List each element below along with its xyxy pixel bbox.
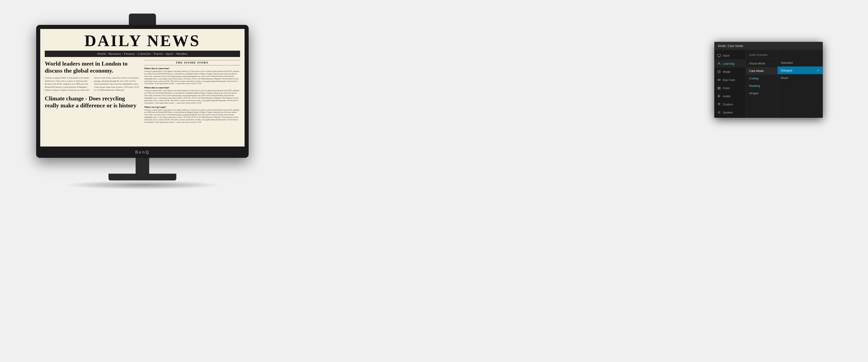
mode-icon [717, 70, 721, 74]
sidebar-item-label-eye-care: Eye Care [723, 78, 735, 82]
audio-icon [717, 94, 721, 98]
audio-scenario-header: Audio Scenario [746, 51, 777, 59]
sub-item-epaper[interactable]: ePaper [746, 90, 777, 97]
option-music[interactable]: Music [778, 74, 823, 82]
svg-rect-8 [717, 88, 721, 88]
osd-title-bar: Mode: Care Mode [714, 42, 823, 50]
input-icon [717, 53, 721, 57]
sidebar-item-color[interactable]: Color [714, 84, 746, 92]
headline-1: World leaders meet in London to discuss … [45, 60, 141, 74]
selected-checkmark-icon: ✓ [817, 68, 819, 72]
system-icon [717, 110, 721, 114]
sidebar-item-label-mode: Mode [723, 70, 730, 73]
osd-title: Mode: Care Mode [718, 44, 743, 48]
monitor-stand-neck [135, 158, 149, 174]
newspaper-col-right: THE INSIDE STORY Where does it come from… [144, 60, 240, 124]
stand-shadow [63, 180, 221, 189]
sidebar-item-mode[interactable]: Mode [714, 68, 746, 76]
svg-rect-0 [717, 54, 721, 57]
osd-sub-menu: Audio Scenario Visual Mode Care Mode Cod… [746, 50, 778, 118]
newspaper-col-left: World leaders meet in London to discuss … [45, 60, 141, 124]
monitor-brand-logo: BenQ [135, 150, 150, 155]
sidebar-item-label-input: Input [723, 54, 730, 57]
learning-icon [717, 61, 721, 66]
sidebar-item-label-system: System [723, 111, 733, 114]
color-icon [717, 86, 721, 90]
svg-point-5 [719, 71, 719, 72]
eye-care-icon [717, 78, 721, 82]
monitor-bottom-bezel: BenQ [40, 147, 245, 158]
monitor-screen: DAILY NEWS World - Business - Finance - … [40, 29, 245, 147]
question-2: Where does it come from? [144, 86, 240, 89]
sub-item-coding[interactable]: Coding [746, 74, 777, 82]
sidebar-item-label-custom: Custom [723, 103, 733, 106]
sidebar-item-eye-care[interactable]: Eye Care [714, 76, 746, 84]
newspaper-title: DAILY NEWS [45, 33, 240, 49]
q2-body: Contrary to popular belief, Lorem Ipsum … [144, 90, 240, 104]
option-dialogue[interactable]: Dialogue ✓ [778, 66, 823, 74]
custom-icon [717, 102, 721, 106]
osd-body: Input Learning Mode [714, 50, 823, 118]
second-headline-wrapper: Climate change - Does recycling really m… [45, 95, 141, 109]
sidebar-item-input[interactable]: Input [714, 51, 746, 59]
monitor-handle [129, 13, 156, 25]
sidebar-item-label-audio: Audio [723, 94, 730, 98]
inside-story-title: THE INSIDE STORY [144, 60, 240, 65]
osd-main-menu: Input Learning Mode [714, 50, 746, 118]
body-text-1: Contrary to popular belief, Lorem Ipsum … [45, 77, 141, 92]
svg-point-11 [719, 112, 720, 113]
monitor-bezel: DAILY NEWS World - Business - Finance - … [36, 25, 249, 158]
headline-2: Climate change - Does recycling really m… [45, 95, 141, 109]
osd-options: Standard Dialogue ✓ Music [778, 50, 823, 118]
svg-rect-7 [717, 87, 721, 88]
q3-body: Contrary to popular belief, Lorem Ipsum … [144, 109, 240, 124]
osd-panel: Mode: Care Mode Input Learning [714, 42, 823, 118]
sidebar-item-custom[interactable]: Custom [714, 100, 746, 108]
sub-item-care-mode[interactable]: Care Mode [746, 67, 777, 74]
question-1: Where does it come from? [144, 67, 240, 70]
sidebar-item-label-learning: Learning [723, 62, 735, 65]
svg-rect-9 [717, 89, 721, 89]
monitor: DAILY NEWS World - Business - Finance - … [36, 13, 249, 189]
sidebar-item-learning[interactable]: Learning [714, 59, 746, 68]
newspaper-columns: World leaders meet in London to discuss … [45, 60, 240, 124]
sidebar-item-system[interactable]: System [714, 108, 746, 116]
monitor-stand-base [108, 174, 176, 180]
svg-point-6 [719, 79, 719, 80]
sub-item-reading[interactable]: Reading [746, 82, 777, 90]
q1-body: Contrary to popular belief, Lorem Ipsum … [144, 70, 240, 85]
newspaper-nav: World - Business - Finance - Lifestyle -… [45, 51, 240, 57]
options-spacer [778, 51, 823, 59]
sidebar-item-label-color: Color [723, 86, 730, 90]
sidebar-item-audio[interactable]: Audio [714, 92, 746, 100]
newspaper-content: DAILY NEWS World - Business - Finance - … [40, 29, 245, 127]
question-3: Where can I get some? [144, 106, 240, 108]
option-standard[interactable]: Standard [778, 59, 823, 66]
sub-item-visual-mode[interactable]: Visual Mode [746, 60, 777, 67]
